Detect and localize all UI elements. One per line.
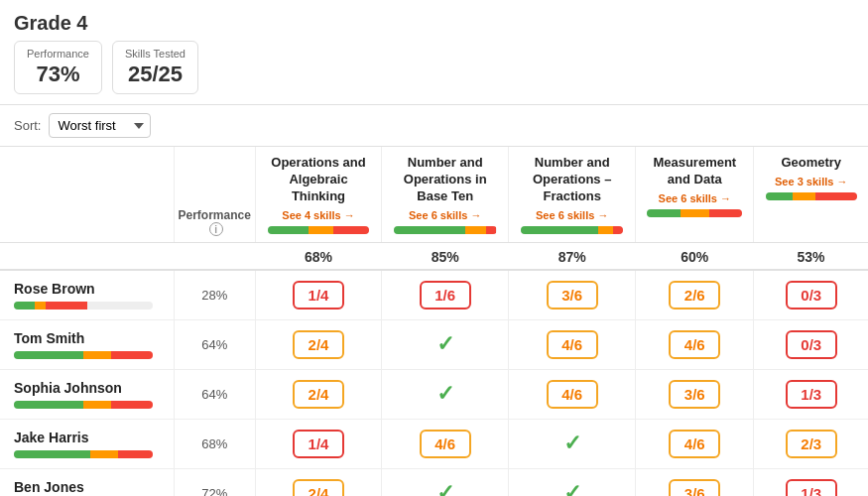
col-header-fractions: Number and Operations – Fractions See 6 … bbox=[509, 147, 636, 242]
score-badge: 0/3 bbox=[786, 281, 837, 310]
score-0-0[interactable]: 1/4 bbox=[255, 270, 381, 320]
score-1-3[interactable]: 4/6 bbox=[636, 319, 754, 369]
score-3-1[interactable]: 4/6 bbox=[382, 419, 509, 468]
grade-title: Grade 4 bbox=[14, 12, 198, 35]
score-badge: 3/6 bbox=[547, 281, 598, 310]
score-0-4[interactable]: 0/3 bbox=[754, 270, 868, 320]
student-name-cell-1: Tom Smith bbox=[0, 319, 174, 369]
score-0-2[interactable]: 3/6 bbox=[509, 270, 636, 320]
table-row: Jake Harris 68%1/44/6✓4/62/3 bbox=[0, 419, 868, 468]
student-bar bbox=[14, 450, 153, 458]
performance-column-header: Performance i bbox=[174, 147, 255, 242]
table-row: Sophia Johnson 64%2/4✓4/63/61/3 bbox=[0, 369, 868, 419]
score-1-0[interactable]: 2/4 bbox=[255, 319, 381, 369]
col-header-geometry: Geometry See 3 skills → bbox=[754, 147, 868, 242]
see-skills-measurement[interactable]: See 6 skills → bbox=[642, 192, 747, 204]
student-name[interactable]: Rose Brown bbox=[14, 281, 164, 297]
score-3-3[interactable]: 4/6 bbox=[636, 419, 754, 468]
info-icon[interactable]: i bbox=[209, 222, 223, 236]
score-3-4[interactable]: 2/3 bbox=[754, 419, 868, 468]
performance-label: Performance bbox=[27, 48, 89, 60]
score-2-3[interactable]: 3/6 bbox=[636, 369, 754, 419]
student-perf-4: 72% bbox=[174, 468, 255, 496]
col-title-geometry: Geometry bbox=[760, 155, 862, 172]
score-badge: 2/6 bbox=[669, 281, 720, 310]
col-pct-measurement: 60% bbox=[636, 242, 754, 270]
student-perf-2: 64% bbox=[174, 369, 255, 419]
score-4-4[interactable]: 1/3 bbox=[754, 468, 868, 496]
score-badge: 1/3 bbox=[786, 479, 837, 496]
score-badge: 2/4 bbox=[293, 479, 344, 496]
col-title-algebraic: Operations and Algebraic Thinking bbox=[262, 155, 375, 205]
score-1-1[interactable]: ✓ bbox=[382, 319, 509, 369]
score-badge: 2/4 bbox=[293, 380, 344, 409]
score-2-1[interactable]: ✓ bbox=[382, 369, 509, 419]
score-3-2[interactable]: ✓ bbox=[509, 419, 636, 468]
score-badge: 1/3 bbox=[786, 380, 837, 409]
checkmark-icon: ✓ bbox=[563, 431, 581, 455]
score-badge: 2/3 bbox=[786, 430, 837, 458]
col-bar-algebraic bbox=[268, 226, 370, 234]
col-pct-algebraic: 68% bbox=[255, 242, 381, 270]
student-bar bbox=[14, 351, 153, 359]
col-title-base_ten: Number and Operations in Base Ten bbox=[388, 155, 502, 205]
score-0-1[interactable]: 1/6 bbox=[382, 270, 509, 320]
score-1-2[interactable]: 4/6 bbox=[509, 319, 636, 369]
table-row: Rose Brown 28%1/41/63/62/60/3 bbox=[0, 270, 868, 320]
name-column-header bbox=[0, 147, 174, 242]
score-4-2[interactable]: ✓ bbox=[509, 468, 636, 496]
sort-row: Sort: Worst firstBest firstAlphabetical bbox=[0, 105, 868, 147]
score-badge: 2/4 bbox=[293, 330, 344, 359]
score-4-1[interactable]: ✓ bbox=[382, 468, 509, 496]
student-name-cell-0: Rose Brown bbox=[0, 270, 174, 320]
score-2-4[interactable]: 1/3 bbox=[754, 369, 868, 419]
col-bar-fractions bbox=[521, 226, 623, 234]
checkmark-icon: ✓ bbox=[436, 480, 454, 496]
score-3-0[interactable]: 1/4 bbox=[255, 419, 381, 468]
col-pct-fractions: 87% bbox=[509, 242, 636, 270]
col-header-algebraic: Operations and Algebraic Thinking See 4 … bbox=[255, 147, 381, 242]
score-0-3[interactable]: 2/6 bbox=[636, 270, 754, 320]
skills-value: 25/25 bbox=[125, 62, 186, 87]
score-badge: 4/6 bbox=[420, 430, 471, 458]
student-name-cell-2: Sophia Johnson bbox=[0, 369, 174, 419]
performance-stat-box: Performance 73% bbox=[14, 41, 102, 94]
student-name[interactable]: Sophia Johnson bbox=[14, 380, 164, 396]
score-badge: 1/4 bbox=[293, 281, 344, 310]
checkmark-icon: ✓ bbox=[563, 480, 581, 496]
student-bar bbox=[14, 302, 153, 310]
student-name-cell-4: Ben Jones bbox=[0, 468, 174, 496]
col-title-fractions: Number and Operations – Fractions bbox=[515, 155, 629, 205]
score-badge: 1/6 bbox=[420, 281, 471, 310]
col-bar-measurement bbox=[647, 209, 742, 217]
header-section: Grade 4 Performance 73% Skills Tested 25… bbox=[0, 0, 868, 105]
student-perf-0: 28% bbox=[174, 270, 255, 320]
see-skills-geometry[interactable]: See 3 skills → bbox=[760, 176, 862, 187]
score-4-0[interactable]: 2/4 bbox=[255, 468, 381, 496]
score-badge: 4/6 bbox=[547, 380, 598, 409]
student-perf-1: 64% bbox=[174, 319, 255, 369]
score-badge: 1/4 bbox=[293, 430, 344, 458]
table-row: Tom Smith 64%2/4✓4/64/60/3 bbox=[0, 319, 868, 369]
student-perf-3: 68% bbox=[174, 419, 255, 468]
score-2-0[interactable]: 2/4 bbox=[255, 369, 381, 419]
student-name[interactable]: Tom Smith bbox=[14, 330, 164, 346]
score-badge: 4/6 bbox=[669, 430, 720, 458]
checkmark-icon: ✓ bbox=[436, 331, 454, 356]
score-badge: 4/6 bbox=[547, 330, 598, 359]
sort-select[interactable]: Worst firstBest firstAlphabetical bbox=[49, 113, 151, 138]
see-skills-algebraic[interactable]: See 4 skills → bbox=[262, 209, 375, 221]
student-name[interactable]: Jake Harris bbox=[14, 430, 164, 445]
score-badge: 3/6 bbox=[669, 479, 720, 496]
student-name-cell-3: Jake Harris bbox=[0, 419, 174, 468]
see-skills-base_ten[interactable]: See 6 skills → bbox=[388, 209, 502, 221]
col-title-measurement: Measurement and Data bbox=[642, 155, 747, 188]
performance-table: Performance i Operations and Algebraic T… bbox=[0, 147, 868, 496]
score-2-2[interactable]: 4/6 bbox=[509, 369, 636, 419]
score-1-4[interactable]: 0/3 bbox=[754, 319, 868, 369]
score-badge: 3/6 bbox=[669, 380, 720, 409]
col-bar-geometry bbox=[766, 192, 857, 200]
score-4-3[interactable]: 3/6 bbox=[636, 468, 754, 496]
student-name[interactable]: Ben Jones bbox=[14, 479, 164, 495]
see-skills-fractions[interactable]: See 6 skills → bbox=[515, 209, 629, 221]
